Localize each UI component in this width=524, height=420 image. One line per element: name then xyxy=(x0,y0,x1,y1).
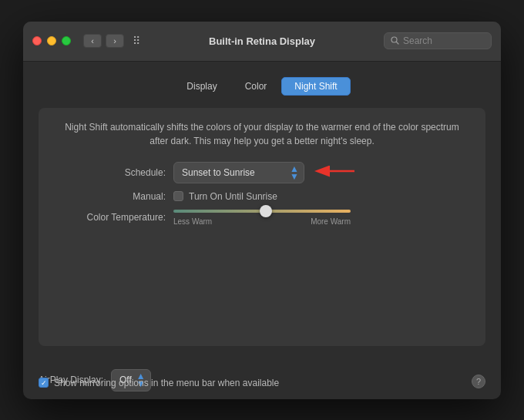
mirror-checkbox-label: Show mirroring options in the menu bar w… xyxy=(54,378,279,388)
search-input[interactable] xyxy=(403,35,485,46)
svg-line-1 xyxy=(397,42,399,44)
maximize-button[interactable] xyxy=(62,36,71,45)
tab-color[interactable]: Color xyxy=(232,77,280,96)
grid-button[interactable]: ⠿ xyxy=(127,34,146,48)
titlebar: ‹ › ⠿ Built-in Retina Display xyxy=(23,22,501,62)
annotation-arrow xyxy=(312,163,358,182)
slider-left-label: Less Warm xyxy=(173,217,212,226)
schedule-dropdown-value: Sunset to Sunrise xyxy=(182,167,285,178)
footer: AirPlay Display: Off ▲ ▼ ✓ Show mirrorin… xyxy=(23,361,501,398)
color-temp-row: Color Temperature: Less Warm More Warm xyxy=(54,210,470,226)
manual-row: Manual: Turn On Until Sunrise xyxy=(54,191,470,202)
night-shift-panel: Night Shift automatically shifts the col… xyxy=(39,108,485,347)
slider-thumb[interactable] xyxy=(260,205,272,217)
window-title: Built-in Retina Display xyxy=(209,35,315,47)
tab-display[interactable]: Display xyxy=(173,77,230,96)
forward-button[interactable]: › xyxy=(106,34,124,48)
manual-checkbox-text: Turn On Until Sunrise xyxy=(189,191,277,202)
nav-buttons: ‹ › xyxy=(83,34,124,48)
help-button[interactable]: ? xyxy=(472,375,485,388)
content-area: Display Color Night Shift Night Shift au… xyxy=(23,62,501,362)
traffic-lights xyxy=(32,36,71,45)
main-window: ‹ › ⠿ Built-in Retina Display Display Co… xyxy=(23,22,501,399)
tabs: Display Color Night Shift xyxy=(39,77,485,96)
color-temp-label: Color Temperature: xyxy=(54,212,166,223)
mirror-checkbox[interactable]: ✓ xyxy=(39,378,49,388)
minimize-button[interactable] xyxy=(47,36,56,45)
schedule-dropdown[interactable]: Sunset to Sunrise ▲ ▼ xyxy=(173,162,304,183)
mirror-checkbox-row: ✓ Show mirroring options in the menu bar… xyxy=(39,378,279,388)
schedule-label: Schedule: xyxy=(54,167,166,178)
tab-night-shift[interactable]: Night Shift xyxy=(281,77,350,96)
back-button[interactable]: ‹ xyxy=(83,34,102,48)
manual-checkbox-label[interactable]: Turn On Until Sunrise xyxy=(173,191,277,202)
svg-point-0 xyxy=(391,37,397,42)
slider-track-wrapper[interactable] xyxy=(173,210,351,213)
slider-labels: Less Warm More Warm xyxy=(173,217,351,226)
slider-right-label: More Warm xyxy=(311,217,351,226)
search-box[interactable] xyxy=(384,32,492,49)
manual-checkbox[interactable] xyxy=(173,191,183,201)
panel-description: Night Shift automatically shifts the col… xyxy=(54,120,470,148)
schedule-dropdown-wrapper: Sunset to Sunrise ▲ ▼ xyxy=(173,162,358,183)
color-temp-slider-container: Less Warm More Warm xyxy=(173,210,470,226)
search-icon xyxy=(391,36,399,46)
close-button[interactable] xyxy=(32,36,42,45)
schedule-row: Schedule: Sunset to Sunrise ▲ ▼ xyxy=(54,162,470,183)
dropdown-arrows-icon: ▲ ▼ xyxy=(290,165,299,180)
manual-label: Manual: xyxy=(54,191,166,202)
